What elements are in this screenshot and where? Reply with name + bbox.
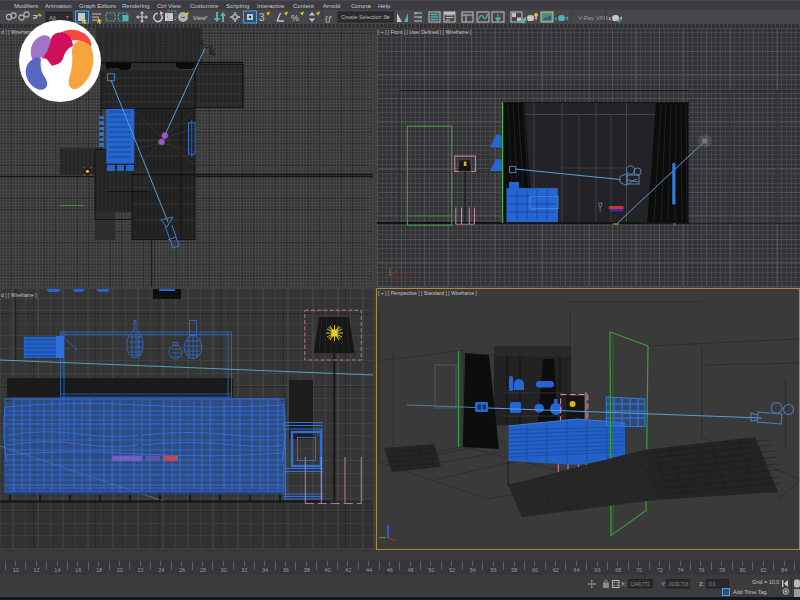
svg-text:View: View [193,15,207,21]
svg-text:Z:: Z: [699,581,705,587]
svg-text:{ƒ: {ƒ [325,14,332,23]
svg-text:0,0: 0,0 [709,582,716,587]
svg-text:Y:: Y: [661,581,667,587]
svg-text:X:: X: [621,581,627,587]
svg-text:Create Selection Se: Create Selection Se [341,14,390,20]
svg-text:%: % [291,13,299,23]
svg-text:-3109,718: -3109,718 [668,582,689,587]
svg-text:V-Ray VFB: V-Ray VFB [578,15,608,21]
svg-text:3: 3 [259,12,265,23]
svg-text:1349,771: 1349,771 [631,582,651,587]
